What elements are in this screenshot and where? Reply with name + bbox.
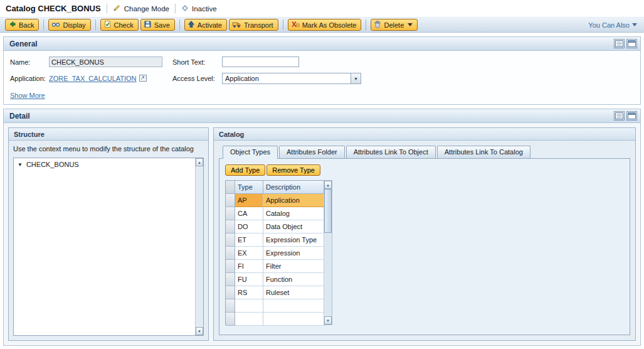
personalize-icon[interactable] — [614, 111, 625, 121]
divider — [175, 4, 176, 13]
tab-object-types[interactable]: Object Types — [223, 146, 278, 159]
description-cell[interactable]: Ruleset — [263, 286, 324, 299]
scroll-up-icon[interactable]: ▲ — [196, 158, 203, 166]
description-cell[interactable]: Expression Type — [263, 234, 324, 247]
table-row[interactable]: ET Expression Type — [226, 234, 324, 247]
check-button[interactable]: Check — [100, 19, 139, 31]
show-more-link[interactable]: Show More — [10, 92, 45, 99]
status-label: Inactive — [192, 5, 217, 13]
description-cell[interactable]: Catalog — [263, 207, 324, 220]
structure-panel-content: Use the context menu to modify the struc… — [9, 141, 208, 340]
table-row[interactable]: AP Application — [226, 194, 324, 207]
description-cell[interactable]: Function — [263, 273, 324, 286]
description-cell[interactable]: Expression — [263, 247, 324, 260]
detail-section-header: Detail — [4, 109, 640, 123]
description-cell — [263, 313, 324, 326]
general-header-icons — [614, 39, 637, 48]
pencil-icon — [113, 4, 121, 13]
description-cell[interactable]: Filter — [263, 260, 324, 273]
type-cell[interactable]: ET — [235, 234, 263, 247]
type-cell[interactable]: FI — [235, 260, 263, 273]
row-selector[interactable] — [226, 273, 235, 286]
row-selector[interactable] — [226, 234, 235, 247]
general-section-title: General — [9, 40, 38, 48]
dropdown-arrow-icon[interactable]: ▼ — [351, 73, 361, 83]
scroll-down-icon[interactable]: ▼ — [324, 316, 332, 325]
catalog-panel-header: Catalog — [214, 128, 635, 141]
type-column-header[interactable]: Type — [235, 181, 263, 194]
name-field[interactable] — [49, 56, 162, 67]
detail-section-body: Structure Use the context menu to modify… — [4, 123, 640, 345]
activate-button[interactable]: Activate — [184, 19, 227, 31]
type-cell[interactable]: EX — [235, 247, 263, 260]
tree-scrollbar[interactable]: ▲ ▼ — [195, 158, 203, 335]
delete-menu-arrow-icon — [408, 23, 413, 26]
access-level-dropdown[interactable]: Application ▼ — [222, 73, 361, 84]
row-selector[interactable] — [226, 220, 235, 234]
select-all-header-cell[interactable] — [226, 181, 235, 194]
table-row[interactable]: RS Ruleset — [226, 286, 324, 299]
description-cell — [263, 299, 324, 313]
personalize-icon[interactable] — [614, 39, 625, 48]
you-can-also-menu[interactable]: You Can Also — [588, 21, 637, 29]
scrollbar-track[interactable] — [196, 166, 203, 327]
row-selector[interactable] — [226, 247, 235, 260]
row-selector — [226, 299, 235, 313]
tree-node-check-bonus[interactable]: ▼ CHECK_BONUS — [14, 158, 195, 171]
display-icon — [51, 20, 60, 30]
display-button[interactable]: Display — [48, 19, 90, 31]
divider — [107, 4, 107, 13]
add-type-button[interactable]: Add Type — [225, 164, 265, 176]
short-text-field[interactable] — [222, 56, 299, 67]
row-selector — [226, 313, 235, 326]
table-row[interactable]: FI Filter — [226, 260, 324, 273]
row-selector[interactable] — [226, 207, 235, 220]
table-row[interactable]: CA Catalog — [226, 207, 324, 220]
save-button[interactable]: Save — [140, 19, 175, 31]
back-button[interactable]: Back — [5, 19, 39, 31]
collapse-section-icon[interactable] — [626, 39, 637, 48]
type-cell[interactable]: AP — [235, 194, 263, 207]
scroll-down-icon[interactable]: ▼ — [196, 327, 203, 335]
transport-icon — [232, 20, 241, 30]
collapse-section-icon[interactable] — [626, 111, 637, 121]
application-navigate-icon[interactable] — [139, 75, 147, 83]
structure-panel-title: Structure — [14, 131, 45, 138]
transport-button[interactable]: Transport — [229, 19, 278, 31]
table-header-row: Type Description — [226, 181, 324, 194]
row-selector[interactable] — [226, 260, 235, 273]
description-cell[interactable]: Application — [263, 194, 324, 207]
table-row[interactable]: FU Function — [226, 273, 324, 286]
row-selector[interactable] — [226, 194, 235, 207]
change-mode-label: Change Mode — [124, 5, 169, 13]
table-scrollbar[interactable]: ▲ ▼ — [324, 180, 332, 325]
structure-hint-text: Use the context menu to modify the struc… — [13, 145, 204, 153]
change-mode-button[interactable]: Change Mode — [113, 4, 169, 13]
tree-expander-icon[interactable]: ▼ — [18, 162, 23, 168]
table-row[interactable]: EX Expression — [226, 247, 324, 260]
table-action-row: Add Type Remove Type — [225, 164, 624, 176]
tab-attributes-link-to-object[interactable]: Attributes Link To Object — [346, 146, 436, 158]
scrollbar-track[interactable] — [324, 233, 332, 316]
back-icon — [8, 20, 16, 30]
type-cell[interactable]: DO — [235, 220, 263, 234]
scrollbar-thumb[interactable] — [324, 189, 332, 233]
type-cell[interactable]: FU — [235, 273, 263, 286]
catalog-structure-tree: ▼ CHECK_BONUS ▲ ▼ — [13, 158, 204, 336]
description-column-header[interactable]: Description — [263, 181, 324, 194]
type-cell[interactable]: CA — [235, 207, 263, 220]
row-selector[interactable] — [226, 286, 235, 299]
type-cell[interactable]: RS — [235, 286, 263, 299]
table-row[interactable]: DO Data Object — [226, 220, 324, 234]
mark-as-obsolete-label: Mark As Obsolete — [302, 21, 357, 29]
tab-attributes-link-to-catalog[interactable]: Attributes Link To Catalog — [437, 146, 531, 158]
description-cell[interactable]: Data Object — [263, 220, 324, 234]
delete-button[interactable]: Delete — [371, 19, 418, 31]
tab-attributes-folder[interactable]: Attributes Folder — [279, 146, 345, 158]
scroll-up-icon[interactable]: ▲ — [324, 181, 332, 189]
remove-type-button[interactable]: Remove Type — [267, 164, 320, 176]
tree-node-label: CHECK_BONUS — [26, 161, 79, 168]
application-link[interactable]: ZORE_TAX_CALCULATION — [49, 75, 137, 82]
application-link-wrap: ZORE_TAX_CALCULATION — [49, 75, 172, 83]
mark-as-obsolete-button[interactable]: Mark As Obsolete — [288, 19, 362, 31]
